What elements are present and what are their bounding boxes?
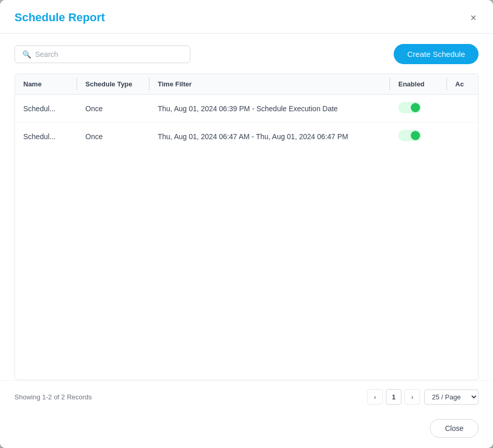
cell-enabled (390, 95, 447, 123)
schedule-table-container: Name Schedule Type Time Filter Enabled (14, 73, 479, 380)
records-info: Showing 1-2 of 2 Records (14, 393, 92, 401)
col-header-schedule-type: Schedule Type (77, 74, 150, 95)
cell-schedule-type: Once (77, 95, 150, 123)
prev-page-button[interactable]: ‹ (367, 389, 383, 405)
toggle-enabled[interactable] (398, 130, 421, 141)
cell-name: Schedul... (15, 95, 77, 123)
page-1-button[interactable]: 1 (386, 389, 401, 405)
col-header-time-filter: Time Filter (150, 74, 390, 95)
modal-header: Schedule Report × (0, 0, 493, 34)
table-header-row: Name Schedule Type Time Filter Enabled (15, 74, 478, 95)
create-schedule-button[interactable]: Create Schedule (394, 44, 479, 64)
search-box: 🔍 (14, 46, 190, 63)
cell-time-filter: Thu, Aug 01, 2024 06:47 AM - Thu, Aug 01… (150, 123, 390, 151)
toggle-enabled[interactable] (398, 102, 421, 113)
page-size-select[interactable]: 25 / Page 50 / Page 100 / Page (424, 390, 479, 405)
table-row: Schedul...OnceThu, Aug 01, 2024 06:39 PM… (15, 95, 478, 123)
cell-enabled (390, 123, 447, 151)
cell-name: Schedul... (15, 123, 77, 151)
next-page-button[interactable]: › (405, 389, 420, 405)
search-input[interactable] (35, 50, 183, 58)
close-footer-button[interactable]: Close (430, 419, 479, 438)
modal-footer: Showing 1-2 of 2 Records ‹ 1 › 25 / Page… (0, 380, 493, 413)
modal-title: Schedule Report (14, 11, 105, 24)
schedule-report-modal: Schedule Report × 🔍 Create Schedule (0, 0, 493, 448)
col-header-name: Name (15, 74, 77, 95)
col-header-actions: Ac (447, 74, 478, 95)
toggle-dot (411, 131, 420, 140)
modal-body: 🔍 Create Schedule Name Schedule Type (0, 34, 493, 380)
cell-actions (447, 95, 478, 123)
cell-schedule-type: Once (77, 123, 150, 151)
col-header-enabled: Enabled (390, 74, 447, 95)
bottom-bar: Close (0, 413, 493, 448)
toggle-dot (411, 103, 420, 112)
pagination-controls: ‹ 1 › 25 / Page 50 / Page 100 / Page (367, 389, 479, 405)
toolbar: 🔍 Create Schedule (14, 44, 479, 64)
cell-actions (447, 123, 478, 151)
table-row: Schedul...OnceThu, Aug 01, 2024 06:47 AM… (15, 123, 478, 151)
cell-time-filter: Thu, Aug 01, 2024 06:39 PM - Schedule Ex… (150, 95, 390, 123)
schedule-table: Name Schedule Type Time Filter Enabled (15, 74, 478, 150)
search-icon: 🔍 (22, 50, 31, 58)
pagination: ‹ 1 › (367, 389, 420, 405)
modal-close-button[interactable]: × (468, 10, 479, 25)
